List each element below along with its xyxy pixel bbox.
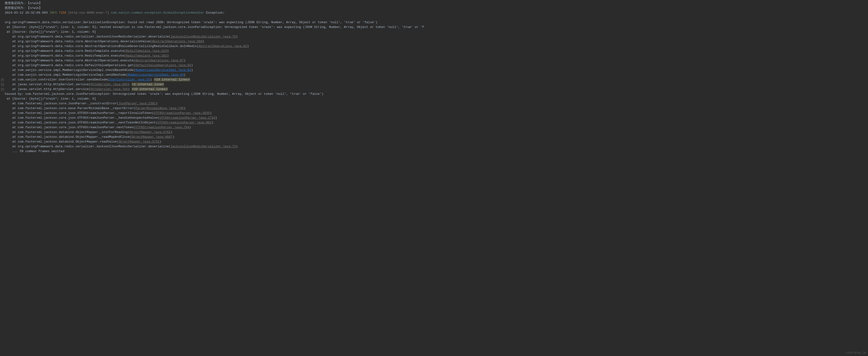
log-line[interactable]: at com.fasterxml.jackson.core.json.UTF8S… bbox=[0, 120, 868, 125]
log-line[interactable]: + at javax.servlet.http.HttpServlet.serv… bbox=[0, 87, 868, 92]
log-text: ) bbox=[191, 68, 193, 72]
log-line-content: at org.springframework.data.redis.core.A… bbox=[5, 58, 868, 63]
source-link[interactable]: ParserMinimalBase.java:745 bbox=[135, 106, 184, 110]
log-text: at org.springframework.data.redis.serial… bbox=[5, 145, 170, 148]
log-line[interactable]: at com.fasterxml.jackson.core.base.Parse… bbox=[0, 106, 868, 111]
log-line[interactable]: + at com.sanjin.controller.UserControlle… bbox=[0, 77, 868, 82]
log-line-content: 图形验证码为：【srwik】 bbox=[5, 6, 868, 10]
expand-icon[interactable]: + bbox=[1, 78, 4, 81]
log-line-content: at javax.servlet.http.HttpServlet.servic… bbox=[5, 87, 868, 92]
log-line-content: 2024-03-12 20:32:09.993 INFO 7156 [http-… bbox=[5, 10, 868, 15]
source-link[interactable]: JsonParser.java:2391 bbox=[119, 102, 156, 105]
log-text: ) bbox=[156, 102, 158, 105]
source-link[interactable]: HttpServlet.java:655 bbox=[91, 83, 128, 86]
log-line[interactable]: at [Source: (byte[])"srwik"; line: 1, co… bbox=[0, 25, 868, 30]
source-link[interactable]: MemberLoginServiceImpl.java:44 bbox=[128, 73, 184, 77]
fold-gutter[interactable]: + bbox=[0, 87, 5, 92]
log-text: ... 59 common frames omitted bbox=[5, 150, 64, 153]
expand-icon[interactable]: + bbox=[1, 88, 4, 91]
log-line-content: Caused by: com.fasterxml.jackson.core.Js… bbox=[5, 92, 868, 96]
log-line[interactable]: at com.fasterxml.jackson.core.json.UTF8S… bbox=[0, 125, 868, 130]
source-link[interactable]: UserController.java:53 bbox=[109, 78, 150, 82]
fold-gutter[interactable]: + bbox=[0, 82, 5, 87]
source-link[interactable]: UTF8StreamJsonParser.java:902 bbox=[158, 121, 212, 124]
log-line[interactable]: at com.fasterxml.jackson.core.json.UTF8S… bbox=[0, 116, 868, 120]
log-text: at com.sanjin.service.impl.MemberLoginSe… bbox=[5, 68, 135, 72]
source-link[interactable]: Jackson2JsonRedisSerializer.java:75 bbox=[170, 35, 236, 38]
source-link[interactable]: MemberLoginServiceImpl.java:82 bbox=[135, 68, 191, 72]
log-line-content: at org.springframework.data.redis.core.D… bbox=[5, 63, 868, 68]
log-text: ) bbox=[170, 130, 173, 134]
log-line[interactable]: at org.springframework.data.redis.core.A… bbox=[0, 58, 868, 63]
log-line-content: at com.fasterxml.jackson.core.json.UTF8S… bbox=[5, 111, 868, 116]
log-text: ) bbox=[210, 111, 212, 115]
log-line[interactable]: at org.springframework.data.redis.core.A… bbox=[0, 44, 868, 49]
log-text: at com.fasterxml.jackson.core.json.UTF8S… bbox=[5, 126, 135, 129]
source-link[interactable]: UTF8StreamJsonParser.java:3635 bbox=[154, 111, 210, 115]
log-text: <33 internal lines> bbox=[132, 87, 168, 91]
log-line[interactable]: at com.sanjin.service.impl.MemberLoginSe… bbox=[0, 68, 868, 73]
log-line[interactable]: at [Source: (byte[])"srwik"; line: 1, co… bbox=[0, 30, 868, 34]
log-text: <14 internal lines> bbox=[154, 78, 190, 82]
log-line[interactable]: at org.springframework.data.redis.serial… bbox=[0, 34, 868, 39]
source-link[interactable]: Jackson2JsonRedisSerializer.java:73 bbox=[170, 145, 236, 148]
log-text: at com.fasterxml.jackson.databind.Object… bbox=[5, 135, 132, 139]
log-text: ) bbox=[167, 49, 169, 53]
log-line-content: at com.fasterxml.jackson.core.base.Parse… bbox=[5, 106, 868, 111]
log-line[interactable]: 2024-03-12 20:32:09.993 INFO 7156 [http-… bbox=[0, 10, 868, 15]
log-line[interactable]: at com.fasterxml.jackson.databind.Object… bbox=[0, 135, 868, 139]
source-link[interactable]: UTF8StreamJsonParser.java:794 bbox=[135, 126, 189, 129]
log-line[interactable]: at org.springframework.data.redis.core.R… bbox=[0, 49, 868, 54]
log-text: ) bbox=[184, 106, 186, 110]
log-line[interactable]: at org.springframework.data.redis.core.D… bbox=[0, 63, 868, 68]
source-link[interactable]: DefaultValueOperations.java:54 bbox=[135, 64, 191, 67]
log-text: at [Source: (byte[])"srwik"; line: 1, co… bbox=[5, 25, 424, 29]
log-text: at com.fasterxml.jackson.core.json.UTF8S… bbox=[5, 111, 154, 115]
log-text: at [Source: (byte[])"srwik"; line: 1, co… bbox=[5, 97, 96, 100]
console-output[interactable]: 图形验证码为：【srwik】图形验证码为：【srwik】2024-03-12 2… bbox=[0, 1, 868, 154]
log-line-content: ... 59 common frames omitted bbox=[5, 149, 868, 154]
source-link[interactable]: AbstractOperations.java:62 bbox=[198, 44, 247, 48]
log-line[interactable]: 图形验证码为：【srwik】 bbox=[0, 1, 868, 6]
source-link[interactable]: HttpServlet.java:764 bbox=[91, 87, 128, 91]
source-link[interactable]: RedisTemplate.java:191 bbox=[126, 54, 167, 58]
expand-icon[interactable]: + bbox=[1, 83, 4, 86]
log-text: ) bbox=[236, 145, 238, 148]
log-line[interactable]: at org.springframework.data.redis.core.R… bbox=[0, 54, 868, 58]
log-line[interactable]: at com.fasterxml.jackson.databind.Object… bbox=[0, 139, 868, 144]
log-line[interactable]: Caused by: com.fasterxml.jackson.core.Js… bbox=[0, 92, 868, 96]
log-text: at com.fasterxml.jackson.databind.Object… bbox=[5, 130, 130, 134]
fold-gutter[interactable]: + bbox=[0, 77, 5, 82]
log-line-content: at com.fasterxml.jackson.core.json.UTF8S… bbox=[5, 116, 868, 120]
source-link[interactable]: RedisTemplate.java:224 bbox=[126, 49, 167, 53]
log-line-content: at com.sanjin.service.impl.MemberLoginSe… bbox=[5, 73, 868, 77]
source-link[interactable]: AbstractOperations.java:360 bbox=[152, 40, 202, 43]
source-link[interactable]: ObjectMapper.java:4667 bbox=[132, 135, 173, 139]
log-text: at org.springframework.data.redis.core.A… bbox=[5, 40, 152, 43]
source-link[interactable]: UTF8StreamJsonParser.java:2734 bbox=[160, 116, 215, 120]
log-text: ) bbox=[247, 44, 249, 48]
log-line[interactable]: at com.fasterxml.jackson.core.JsonParser… bbox=[0, 101, 868, 106]
source-link[interactable]: AbstractOperations.java:97 bbox=[135, 59, 184, 62]
log-line[interactable]: 图形验证码为：【srwik】 bbox=[0, 6, 868, 10]
log-text: at com.fasterxml.jackson.core.base.Parse… bbox=[5, 106, 135, 110]
log-line[interactable]: + at javax.servlet.http.HttpServlet.serv… bbox=[0, 82, 868, 87]
log-text: Caused by: com.fasterxml.jackson.core.Js… bbox=[5, 92, 323, 96]
log-line[interactable]: at [Source: (byte[])"srwik"; line: 1, co… bbox=[0, 96, 868, 101]
source-link[interactable]: ObjectMapper.java:4761 bbox=[130, 130, 171, 134]
log-line[interactable]: ... 59 common frames omitted bbox=[0, 149, 868, 154]
log-line[interactable]: at com.sanjin.service.impl.MemberLoginSe… bbox=[0, 73, 868, 77]
log-line-content: at com.fasterxml.jackson.databind.Object… bbox=[5, 130, 868, 135]
log-line[interactable]: at org.springframework.data.redis.core.A… bbox=[0, 39, 868, 44]
log-line[interactable]: at org.springframework.data.redis.serial… bbox=[0, 144, 868, 149]
log-line[interactable] bbox=[0, 15, 868, 20]
log-line[interactable]: org.springframework.data.redis.serialize… bbox=[0, 20, 868, 25]
log-text: ) bbox=[167, 54, 169, 58]
log-text: at [Source: (byte[])"srwik"; line: 1, co… bbox=[5, 30, 96, 34]
log-line[interactable]: at com.fasterxml.jackson.databind.Object… bbox=[0, 130, 868, 135]
log-line-content: at [Source: (byte[])"srwik"; line: 1, co… bbox=[5, 30, 868, 34]
source-link[interactable]: ObjectMapper.java:3731 bbox=[119, 140, 160, 143]
log-text: at org.springframework.data.redis.serial… bbox=[5, 35, 170, 38]
log-line[interactable]: at com.fasterxml.jackson.core.json.UTF8S… bbox=[0, 111, 868, 116]
log-text: ) bbox=[202, 40, 204, 43]
